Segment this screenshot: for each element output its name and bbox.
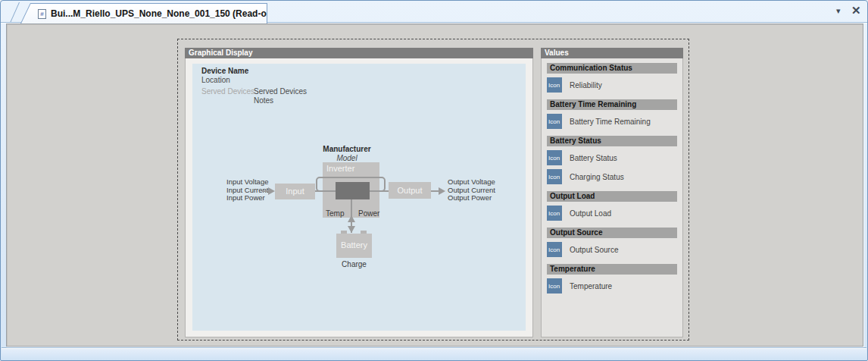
output-arrowhead-icon xyxy=(439,187,445,195)
battery-up-arrowhead-icon xyxy=(348,215,355,222)
document-icon: # xyxy=(38,9,46,19)
input-voltage-label: Input Voltage xyxy=(226,178,268,187)
value-row[interactable]: IconOutput Source xyxy=(547,242,677,257)
graphical-display-header: Graphical Display xyxy=(185,48,533,58)
value-icon: Icon xyxy=(547,150,562,165)
location-label: Location xyxy=(201,76,230,84)
values-section-header: Communication Status xyxy=(547,63,677,74)
value-label: Output Load xyxy=(570,209,611,218)
device-name-label: Device Name xyxy=(201,67,248,75)
document-tab[interactable]: # Bui...M_Riello_UPS_None_None_001_150 (… xyxy=(20,3,267,24)
values-section-header: Output Source xyxy=(547,228,677,238)
power-label: Power xyxy=(358,209,379,218)
input-power-label: Input Power xyxy=(226,194,268,202)
value-icon: Icon xyxy=(547,278,562,294)
output-values-text: Output Voltage Output Current Output Pow… xyxy=(448,178,495,202)
value-icon: Icon xyxy=(547,77,562,93)
value-row[interactable]: IconTemperature xyxy=(547,278,677,294)
value-row[interactable]: IconBattery Time Remaining xyxy=(547,114,677,129)
tab-strip-diagonal xyxy=(10,2,20,23)
value-icon: Icon xyxy=(547,206,562,221)
output-arrow-line xyxy=(431,190,439,192)
editor-window: # Bui...M_Riello_UPS_None_None_001_150 (… xyxy=(0,0,868,361)
value-icon: Icon xyxy=(547,242,562,257)
value-row[interactable]: IconCharging Status xyxy=(547,169,677,184)
panel-close-icon[interactable]: ✕ xyxy=(851,4,861,17)
value-row[interactable]: IconOutput Load xyxy=(547,206,677,221)
inverter-core-box xyxy=(336,182,370,199)
value-icon: Icon xyxy=(547,169,562,184)
output-power-label: Output Power xyxy=(448,194,495,202)
value-row[interactable]: IconReliability xyxy=(547,77,677,93)
values-section-header: Battery Status xyxy=(547,136,677,146)
value-label: Battery Time Remaining xyxy=(570,118,651,126)
notes-label: Notes xyxy=(254,96,273,105)
values-section-header: Output Load xyxy=(547,191,677,202)
served-devices-value: Served Devices xyxy=(254,87,307,96)
value-icon: Icon xyxy=(547,114,562,129)
served-devices-label: Served Devices xyxy=(201,87,254,96)
graphical-display-body: Device Name Location Served Devices Serv… xyxy=(185,58,533,337)
value-label: Reliability xyxy=(570,81,602,89)
value-label: Charging Status xyxy=(570,173,624,181)
ups-diagram-canvas: Device Name Location Served Devices Serv… xyxy=(192,64,526,331)
battery-box[interactable]: Battery xyxy=(336,234,372,258)
tab-title: Bui...M_Riello_UPS_None_None_001_150 (Re… xyxy=(51,8,283,19)
window-bottom-frame xyxy=(2,347,866,360)
input-box[interactable]: Input xyxy=(275,184,315,199)
charge-label: Charge xyxy=(329,260,379,268)
tab-close-icon[interactable]: ✕ xyxy=(289,9,296,19)
value-label: Battery Status xyxy=(570,154,617,162)
values-section-header: Battery Time Remaining xyxy=(547,99,677,110)
output-voltage-label: Output Voltage xyxy=(448,178,495,187)
output-box[interactable]: Output xyxy=(389,182,431,199)
model-label: Model xyxy=(309,154,385,162)
input-arrow-line xyxy=(262,190,268,192)
panel-menu-icon[interactable]: ▾ xyxy=(836,6,841,16)
values-body: Communication StatusIconReliabilityBatte… xyxy=(541,58,683,337)
value-label: Output Source xyxy=(570,246,618,254)
value-label: Temperature xyxy=(570,282,612,290)
value-row[interactable]: IconBattery Status xyxy=(547,150,677,165)
temp-label: Temp xyxy=(326,209,344,218)
graphical-display-panel[interactable]: Graphical Display Device Name Location S… xyxy=(185,48,533,337)
editor-canvas[interactable]: Graphical Display Device Name Location S… xyxy=(6,24,863,347)
values-panel[interactable]: Values Communication StatusIconReliabili… xyxy=(541,48,683,337)
values-panel-header: Values xyxy=(541,48,683,58)
values-section-header: Temperature xyxy=(547,264,677,275)
battery-down-arrowhead-icon xyxy=(348,226,355,233)
input-arrowhead-icon xyxy=(268,187,275,195)
manufacturer-label: Manufacturer xyxy=(309,145,385,153)
